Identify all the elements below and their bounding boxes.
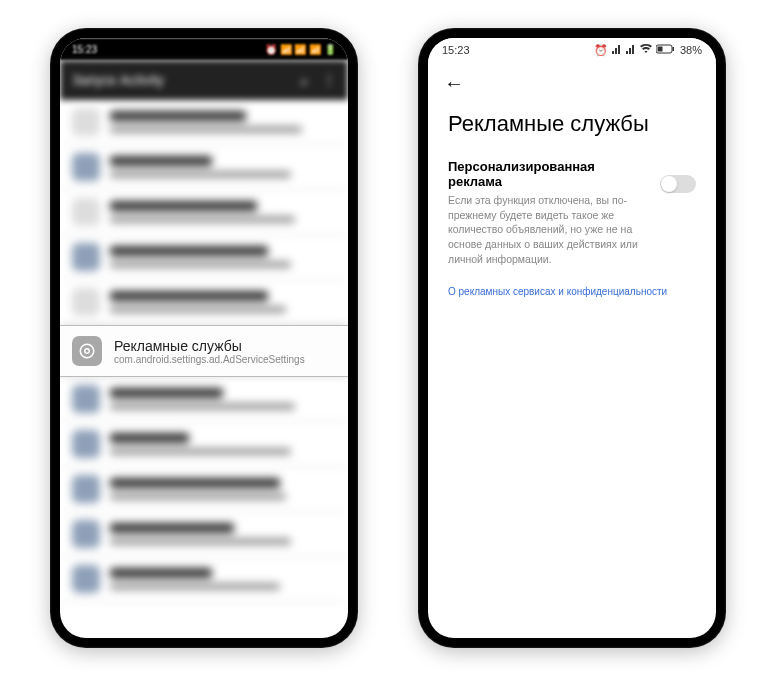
header-title: Запуск Activity <box>72 72 164 88</box>
app-icon <box>72 198 100 226</box>
wifi-icon <box>640 44 652 56</box>
list-item[interactable] <box>60 100 348 145</box>
page-title: Рекламные службы <box>428 99 716 155</box>
list-item[interactable] <box>60 145 348 190</box>
status-bar: 15:23 ⏰ 📶 📶 📶 🔋 <box>60 38 348 60</box>
list-item-ad-services[interactable]: Рекламные службы com.android.settings.ad… <box>60 325 348 377</box>
back-icon[interactable]: ← <box>444 72 464 94</box>
app-icon <box>72 430 100 458</box>
app-icon <box>72 108 100 136</box>
list-item[interactable] <box>60 190 348 235</box>
status-icons: ⏰ 📶 📶 📶 🔋 <box>265 44 336 55</box>
status-time: 15:23 <box>72 44 97 55</box>
item-title: Рекламные службы <box>114 338 336 354</box>
phone-left: 15:23 ⏰ 📶 📶 📶 🔋 Запуск Activity ⌕ ⋮ Рекл… <box>50 28 358 648</box>
app-icon <box>72 243 100 271</box>
battery-percent: 38% <box>680 44 702 56</box>
activity-header: Запуск Activity ⌕ ⋮ <box>60 60 348 100</box>
privacy-link[interactable]: О рекламных сервисах и конфиденциальност… <box>428 276 716 307</box>
signal-icon <box>626 44 636 56</box>
list-item[interactable] <box>60 512 348 557</box>
svg-rect-3 <box>657 47 662 52</box>
item-subtitle: com.android.settings.ad.AdServiceSetting… <box>114 354 336 365</box>
screen-left: 15:23 ⏰ 📶 📶 📶 🔋 Запуск Activity ⌕ ⋮ Рекл… <box>60 38 348 638</box>
svg-rect-4 <box>672 47 674 51</box>
phone-right: 15:23 ⏰ 38% <box>418 28 726 648</box>
app-icon <box>72 520 100 548</box>
list-item[interactable] <box>60 422 348 467</box>
setting-title: Персонализированная реклама <box>448 159 650 189</box>
list-item[interactable] <box>60 467 348 512</box>
personalized-ads-setting[interactable]: Персонализированная реклама Если эта фун… <box>428 155 716 276</box>
svg-point-1 <box>85 349 90 354</box>
battery-icon <box>656 44 676 56</box>
app-icon <box>72 475 100 503</box>
app-icon <box>72 153 100 181</box>
list-item[interactable] <box>60 235 348 280</box>
app-icon <box>72 288 100 316</box>
back-row: ← <box>428 62 716 99</box>
alarm-icon: ⏰ <box>594 44 608 57</box>
menu-icon[interactable]: ⋮ <box>322 72 336 88</box>
status-icons: ⏰ 38% <box>594 44 702 57</box>
list-item[interactable] <box>60 280 348 325</box>
svg-point-0 <box>80 344 94 358</box>
list-item[interactable] <box>60 557 348 602</box>
status-time: 15:23 <box>442 44 470 56</box>
screen-right: 15:23 ⏰ 38% <box>428 38 716 638</box>
app-icon <box>72 565 100 593</box>
settings-list[interactable]: Рекламные службы com.android.settings.ad… <box>60 100 348 638</box>
settings-icon <box>72 336 102 366</box>
status-bar: 15:23 ⏰ 38% <box>428 38 716 62</box>
app-icon <box>72 385 100 413</box>
signal-icon <box>612 44 622 56</box>
personalized-ads-toggle[interactable] <box>660 175 696 193</box>
list-item[interactable] <box>60 377 348 422</box>
search-icon[interactable]: ⌕ <box>300 72 308 88</box>
setting-description: Если эта функция отключена, вы по-прежне… <box>448 193 650 266</box>
